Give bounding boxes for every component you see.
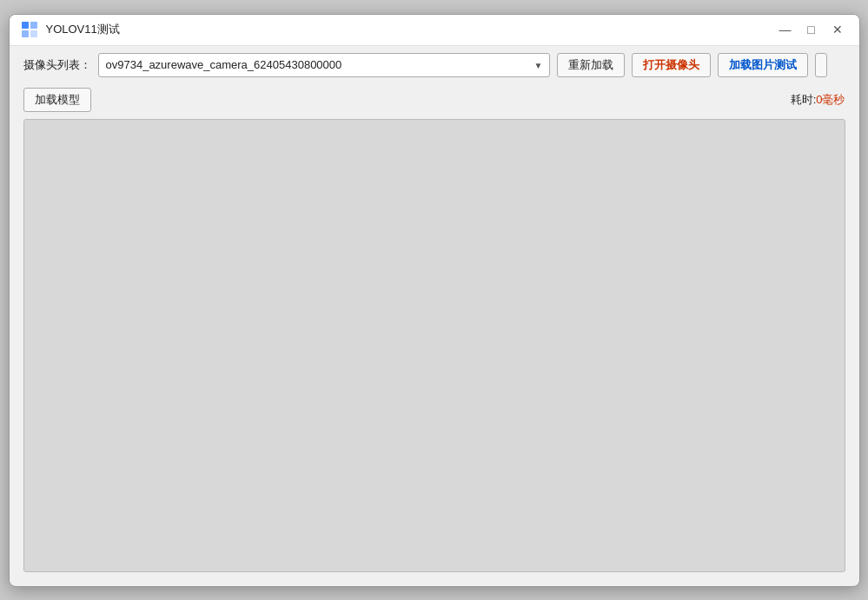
app-logo xyxy=(20,20,39,39)
toolbar-row1: 摄像头列表： ov9734_azurewave_camera_624054308… xyxy=(10,46,859,84)
minimize-button[interactable]: — xyxy=(774,21,797,38)
reload-button[interactable]: 重新加载 xyxy=(557,53,625,77)
camera-list-label: 摄像头列表： xyxy=(23,57,91,73)
time-prefix: 耗时: xyxy=(791,93,817,106)
partial-button xyxy=(815,53,827,77)
camera-select[interactable]: ov9734_azurewave_camera_62405430800000 xyxy=(98,53,550,77)
camera-select-wrapper: ov9734_azurewave_camera_62405430800000 ▼ xyxy=(98,53,550,77)
load-model-button[interactable]: 加载模型 xyxy=(23,88,91,112)
window-title: YOLOV11测试 xyxy=(46,22,774,37)
time-value: 0毫秒 xyxy=(816,93,845,106)
close-button[interactable]: ✕ xyxy=(826,21,849,38)
open-camera-button[interactable]: 打开摄像头 xyxy=(632,53,711,77)
main-content-area xyxy=(23,119,845,572)
window-controls: — □ ✕ xyxy=(774,21,849,38)
title-bar: YOLOV11测试 — □ ✕ xyxy=(10,15,859,46)
svg-rect-0 xyxy=(22,22,29,29)
svg-rect-1 xyxy=(30,22,37,29)
toolbar-row2: 加载模型 耗时:0毫秒 xyxy=(10,84,859,119)
load-image-button[interactable]: 加载图片测试 xyxy=(718,53,808,77)
main-window: YOLOV11测试 — □ ✕ 摄像头列表： ov9734_azurewave_… xyxy=(9,14,860,587)
svg-rect-2 xyxy=(22,30,29,37)
time-display: 耗时:0毫秒 xyxy=(791,92,845,108)
maximize-button[interactable]: □ xyxy=(800,21,823,38)
svg-rect-3 xyxy=(30,30,37,37)
